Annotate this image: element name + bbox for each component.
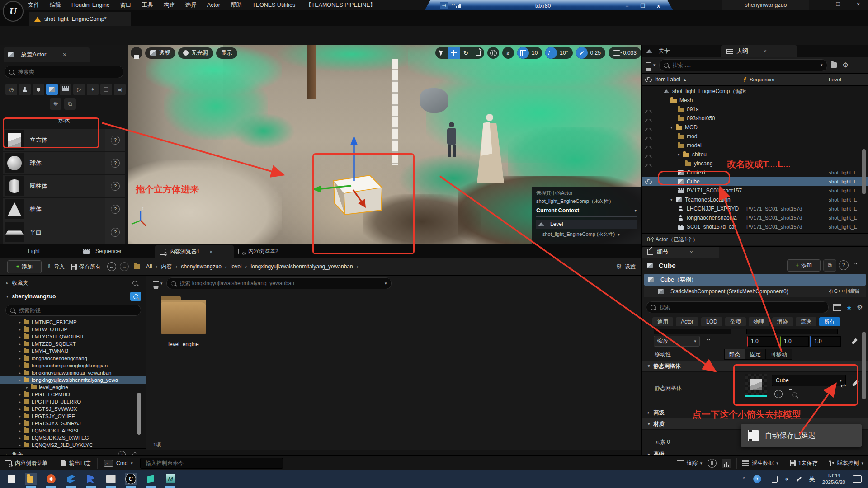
eye-icon[interactable] [646,171,651,175]
component-row-instance[interactable]: Cube（实例） [644,274,866,286]
eye-icon[interactable] [646,162,651,165]
close-icon[interactable]: ✕ [62,52,66,58]
details-search[interactable] [646,301,829,313]
eye-icon[interactable] [646,225,651,229]
rotation-snap-icon[interactable] [545,47,557,59]
outliner-row[interactable]: SC01_shot157d_car PV171_SC01_shot157d sh… [642,222,868,231]
scale-dropdown[interactable]: 缩放▾ [654,336,700,347]
back-icon[interactable]: ← [107,262,116,271]
place-item[interactable]: 平面 ? [3,221,125,244]
taskbar-app-3[interactable] [85,473,97,485]
folder-tree-row[interactable]: ▸ LMTZZD_SQDLXT [0,340,146,347]
eyedropper-icon[interactable] [852,338,858,344]
trace-dropdown[interactable]: 追踪▾ [677,460,703,467]
menu-item[interactable]: 工具 [142,1,153,9]
select-tool-icon[interactable] [435,50,448,56]
console-input[interactable] [145,460,278,467]
basic-icon[interactable] [19,84,31,95]
breadcrumb-item[interactable]: level [231,263,242,270]
browse-to-asset-icon[interactable] [789,390,791,396]
camera-speed-icon[interactable] [613,50,620,56]
mesh-asset-dropdown[interactable]: Cube▾ [772,375,846,386]
menu-item[interactable]: 文件 [28,1,39,9]
outliner-row[interactable]: ▾ MOD [642,123,868,132]
gear-icon[interactable]: ⚙ [857,303,863,311]
outliner-row[interactable]: mod [642,132,868,141]
outliner-row[interactable]: ▾ shitou [642,150,868,159]
grid-snap-value[interactable]: 10 [532,50,538,56]
pin-icon[interactable]: ⊣ [440,2,448,9]
viewport-menu-icon[interactable] [131,47,142,59]
breadcrumb-item[interactable]: shenyinwangzuo [181,263,221,270]
place-item[interactable]: 椎体 ? [3,198,125,221]
vfx-icon[interactable]: ✦ [87,84,99,95]
version-control-dropdown[interactable]: 版本控制▾ [829,460,863,467]
eye-icon[interactable] [646,126,651,129]
ime-language[interactable]: 英 [809,475,815,483]
filter-chip[interactable]: 物理 [749,317,769,326]
output-log-button[interactable]: 输出日志 [61,460,91,467]
folder-tree-row[interactable]: ▸ LQMSJDKJ_APSISF [0,427,146,434]
taskbar-unreal-button[interactable]: U [125,473,137,485]
path-search-toggle[interactable] [130,292,141,301]
outliner-row[interactable]: yincang [642,159,868,168]
perspective-dropdown[interactable]: 透视 [145,47,175,59]
close-icon[interactable]: ✕ [689,250,693,255]
add-component-button[interactable]: +添加 [787,259,821,272]
eye-icon[interactable] [646,135,651,138]
place-item[interactable]: 立方体 ? [3,129,125,151]
cb-settings-dropdown[interactable]: ⚙设置 [616,263,636,271]
mesh-thumbnail[interactable] [745,374,767,397]
asset-tile[interactable]: level_engine [159,293,208,357]
eye-icon[interactable] [646,108,651,111]
surface-snap-icon[interactable]: ⸙ [502,47,514,59]
asset-search-input[interactable] [179,280,382,287]
unsaved-button[interactable]: 1未保存 [790,460,818,467]
eye-icon[interactable] [646,89,651,94]
filter-chip[interactable]: 渲染 [772,317,793,326]
column-level[interactable]: Level [826,74,868,85]
tab-content-browser-2[interactable]: 内容浏览器2 [238,248,278,255]
recent-icon[interactable]: ◷ [5,84,17,95]
content-drawer-button[interactable]: 内容侧滑菜单 [5,460,47,467]
menu-item[interactable]: 编辑 [50,1,61,9]
all-classes-icon[interactable]: ⧉ [64,98,76,110]
eye-icon[interactable] [645,179,652,184]
help-icon[interactable]: ? [839,260,849,270]
close-icon[interactable]: ✕ [763,49,767,54]
level-asset-tab[interactable]: shot_light_EngineComp* [29,12,131,26]
folder-tree-row[interactable]: ▸ LPGTSJ_SVWWJX [0,405,146,413]
staticmesh-section-header[interactable]: ▾静态网格体 [642,361,868,372]
place-item[interactable]: 球体 ? [3,152,125,174]
folder-tree-row[interactable]: ▸ LPGTPTJD_JLLRRQ [0,398,146,405]
path-search[interactable] [5,305,141,316]
folder-tree-row[interactable]: ▸ LPGT_LCPMBO [0,391,146,398]
tray-app-icon[interactable]: ✦ [753,475,761,483]
menu-item[interactable]: TEONES Utilities [252,2,295,8]
new-folder-icon[interactable] [831,62,837,68]
remote-minimize-button[interactable]: – [626,3,629,9]
outliner-row[interactable]: Cube shot_light_E [642,177,868,186]
rotate-tool-icon[interactable]: ↻ [460,50,472,56]
volume-icon[interactable]: 🕩 [785,476,788,482]
taskbar-app-4[interactable] [105,473,117,485]
eye-icon[interactable] [646,117,651,120]
filter-chip[interactable]: 所有 [819,317,840,326]
scale-y-field[interactable]: 1.0 [780,336,809,347]
tab-levels[interactable]: 关卡 [642,45,721,57]
grid-snap-icon[interactable] [517,47,529,59]
search-icon[interactable] [132,281,137,286]
taskbar-app-5[interactable] [145,473,156,485]
overlay-level-value[interactable]: shot_light_EngineComp (永久性)▾ [542,231,637,238]
outliner-row[interactable]: model [642,141,868,150]
cb-root-row[interactable]: ▾ shenyinwangzuo [0,290,146,303]
folder-tree-row[interactable]: ▸ LMTNEC_EFJCMP [0,319,146,326]
menu-item[interactable]: 【TEAMONES PIPELINE】 [306,1,376,9]
view-mode-dropdown[interactable]: 无光照 [178,47,213,59]
scale-tool-icon[interactable] [472,51,484,56]
menu-item[interactable]: Houdini Engine [71,2,110,8]
question-icon[interactable]: ? [111,159,120,168]
question-icon[interactable]: ? [111,205,120,214]
filter-icon[interactable]: ▾ [153,281,163,286]
outliner-row[interactable]: ▾ TeamonesLocation shot_light_E [642,195,868,204]
